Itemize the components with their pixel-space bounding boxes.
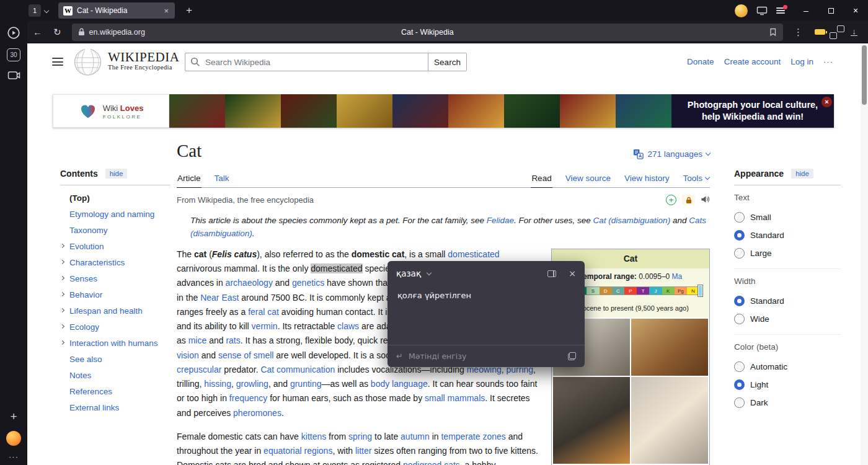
appearance-option[interactable]: Standard — [734, 292, 841, 310]
battery-icon[interactable] — [815, 29, 825, 35]
wiki-link[interactable]: hissing — [204, 379, 231, 389]
wiki-link[interactable]: autumn — [401, 432, 430, 441]
app-menu-icon[interactable] — [776, 7, 785, 14]
wiki-link[interactable]: spring — [348, 432, 372, 441]
radio-icon[interactable] — [734, 361, 745, 372]
popup-window-icon[interactable] — [547, 270, 556, 277]
header-more-icon[interactable]: ··· — [823, 57, 833, 66]
log-in-link[interactable]: Log in — [790, 57, 813, 66]
radio-icon[interactable] — [734, 230, 745, 241]
toc-item[interactable]: External links — [60, 400, 170, 416]
chevron-right-icon[interactable] — [60, 244, 64, 248]
wiki-link[interactable]: pheromones — [233, 408, 281, 418]
wiki-link[interactable]: pedigreed cats — [403, 460, 460, 465]
chevron-right-icon[interactable] — [60, 340, 64, 345]
wiki-link[interactable]: litter — [355, 446, 371, 456]
toc-item[interactable]: Taxonomy — [60, 223, 170, 239]
search-button[interactable]: Search — [428, 53, 467, 71]
chevron-right-icon[interactable] — [60, 260, 64, 264]
appearance-option[interactable]: Standard — [734, 226, 841, 244]
radio-icon[interactable] — [734, 379, 745, 390]
toc-item[interactable]: Characteristics — [60, 255, 170, 271]
toc-item[interactable]: References — [60, 384, 170, 400]
tab-article[interactable]: Article — [177, 169, 202, 188]
wiki-link[interactable]: mice — [188, 335, 207, 345]
radio-icon[interactable] — [734, 212, 745, 223]
popup-language-selector[interactable]: қазақ — [396, 268, 421, 278]
wiki-link[interactable]: vermin — [252, 321, 278, 331]
toc-item[interactable]: Etymology and naming — [60, 206, 170, 223]
wiki-link[interactable]: temperate zones — [441, 432, 505, 441]
chevron-down-icon[interactable] — [427, 270, 432, 275]
banner-close-icon[interactable]: × — [822, 97, 832, 107]
copy-icon[interactable] — [568, 352, 576, 360]
appearance-option[interactable]: Wide — [734, 310, 841, 328]
wiki-link[interactable]: feral cat — [248, 307, 279, 317]
wiki-link[interactable]: kittens — [301, 432, 326, 441]
wikipedia-wordmark[interactable]: WIKIPEDIA The Free Encyclopedia — [108, 50, 179, 71]
chevron-right-icon[interactable] — [60, 292, 64, 296]
chevron-right-icon[interactable] — [60, 276, 64, 280]
firefox-logo[interactable] — [6, 431, 21, 446]
appearance-hide-button[interactable]: hide — [791, 169, 813, 179]
chevron-right-icon[interactable] — [60, 324, 64, 329]
url-bar[interactable]: en.wikipedia.org Cat - Wikipedia — [72, 24, 783, 41]
wiki-link[interactable]: domesticated — [448, 249, 499, 259]
scrollbar-thumb[interactable] — [862, 45, 867, 105]
appearance-option[interactable]: Small — [734, 208, 841, 226]
minimize-button[interactable]: – — [794, 0, 818, 21]
badge-30-icon[interactable]: 30 — [7, 48, 20, 61]
reload-button[interactable]: ↻ — [48, 27, 67, 38]
tab-counter-button[interactable]: 1 — [29, 4, 48, 17]
new-tab-button[interactable]: + — [182, 4, 196, 17]
radio-icon[interactable] — [734, 314, 745, 324]
wiki-link[interactable]: claws — [337, 321, 359, 331]
search-input[interactable] — [185, 53, 428, 71]
wiki-link[interactable]: Cat communication — [260, 365, 335, 374]
sidebar-add-button[interactable]: + — [10, 410, 17, 423]
toc-item[interactable]: Behavior — [60, 287, 170, 303]
appearance-option[interactable]: Automatic — [734, 358, 841, 376]
downloads-button[interactable]: ↓ — [845, 28, 863, 37]
wiki-link[interactable]: body language — [371, 379, 428, 389]
listen-speaker-icon[interactable] — [701, 195, 710, 206]
screen-share-icon[interactable] — [756, 6, 768, 16]
popup-close-icon[interactable]: × — [569, 268, 576, 278]
wiki-link[interactable]: genetics — [292, 278, 324, 288]
browser-tab[interactable]: W Cat - Wikipedia × — [58, 2, 175, 19]
bookmark-icon[interactable] — [769, 28, 777, 37]
toc-item[interactable]: Senses — [60, 271, 170, 287]
green-plus-icon[interactable]: + — [666, 195, 676, 205]
chevron-right-icon[interactable] — [60, 308, 64, 312]
toc-item[interactable]: Notes — [60, 368, 170, 384]
back-button[interactable]: ← — [27, 27, 48, 37]
toc-item[interactable]: Interaction with humans — [60, 335, 170, 352]
maximize-button[interactable] — [818, 0, 843, 21]
radio-icon[interactable] — [734, 397, 745, 408]
wiki-link[interactable]: Felidae — [487, 216, 514, 225]
banner-message[interactable]: Photograph your local culture, help Wiki… — [671, 94, 834, 128]
view-source[interactable]: View source — [565, 169, 611, 187]
campaign-banner[interactable]: Wiki Loves FOLKLORE Photograph your loca… — [53, 94, 834, 128]
profile-avatar[interactable] — [735, 4, 748, 17]
wiki-link[interactable]: grunting — [290, 379, 322, 389]
wiki-link[interactable]: Near East — [200, 293, 239, 303]
toc-item[interactable]: Ecology — [60, 319, 170, 335]
create-account-link[interactable]: Create account — [724, 57, 781, 66]
sidebar-more-icon[interactable]: ··· — [9, 452, 19, 461]
wiki-link[interactable]: equatorial regions — [264, 446, 332, 456]
wiki-link[interactable]: rats — [226, 335, 240, 345]
appearance-option[interactable]: Light — [734, 376, 841, 394]
wiki-link[interactable]: growling — [236, 379, 268, 389]
appearance-option[interactable]: Dark — [734, 394, 841, 412]
view-read[interactable]: Read — [531, 169, 552, 188]
wikipedia-globe-logo[interactable] — [73, 46, 102, 80]
view-history[interactable]: View history — [624, 169, 670, 187]
scrollbar[interactable] — [861, 43, 868, 465]
wiki-link[interactable]: crepuscular — [177, 365, 221, 374]
wiki-link[interactable]: small mammals — [425, 393, 485, 403]
popup-input[interactable]: ↵ Мәтінді енгізу — [388, 345, 585, 367]
camera-icon[interactable] — [7, 70, 20, 81]
main-menu-button[interactable] — [52, 58, 63, 66]
close-button[interactable]: × — [843, 0, 868, 21]
